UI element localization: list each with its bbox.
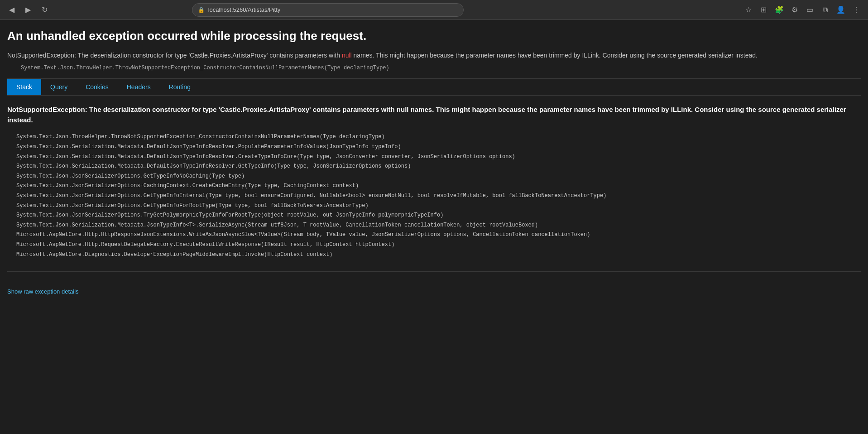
- bottom-divider: [7, 271, 861, 272]
- settings-button[interactable]: ⚙: [788, 4, 801, 16]
- star-button[interactable]: ☆: [742, 4, 755, 16]
- stack-trace-line: Microsoft.AspNetCore.Diagnostics.Develop…: [16, 250, 861, 260]
- split-button[interactable]: ⧉: [819, 4, 832, 16]
- stack-trace-line: System.Text.Json.JsonSerializerOptions+C…: [16, 181, 861, 191]
- error-description-start: NotSupportedException: The deserializati…: [7, 52, 342, 59]
- address-text[interactable]: localhost:5260/Artistas/Pitty: [208, 6, 458, 13]
- tab-query[interactable]: Query: [41, 79, 77, 95]
- error-heading: An unhandled exception occurred while pr…: [7, 29, 861, 43]
- forward-button[interactable]: ▶: [22, 4, 34, 16]
- stack-trace-line: Microsoft.AspNetCore.Http.RequestDelegat…: [16, 240, 861, 250]
- browser-chrome: ◀ ▶ ↻ 🔒 localhost:5260/Artistas/Pitty ☆ …: [0, 0, 868, 20]
- stack-trace: System.Text.Json.ThrowHelper.ThrowNotSup…: [7, 132, 861, 260]
- tab-routing[interactable]: Routing: [160, 79, 200, 95]
- stack-trace-line: System.Text.Json.JsonSerializerOptions.G…: [16, 191, 861, 201]
- tab-stack[interactable]: Stack: [7, 79, 41, 95]
- page-content: An unhandled exception occurred while pr…: [0, 20, 868, 434]
- exception-section: NotSupportedException: The deserializati…: [7, 96, 861, 264]
- menu-button[interactable]: ⋮: [850, 4, 863, 16]
- null-highlight: null: [342, 52, 352, 59]
- apps-button[interactable]: ⊞: [758, 4, 770, 16]
- stack-trace-line: System.Text.Json.Serialization.Metadata.…: [16, 221, 861, 231]
- profile-button[interactable]: 👤: [834, 4, 847, 16]
- exception-title: NotSupportedException: The deserializati…: [7, 105, 861, 125]
- address-bar: 🔒 localhost:5260/Artistas/Pitty: [192, 3, 464, 17]
- stack-trace-line: System.Text.Json.JsonSerializerOptions.G…: [16, 201, 861, 211]
- sidebar-button[interactable]: ▭: [804, 4, 816, 16]
- stack-trace-line: System.Text.Json.JsonSerializerOptions.T…: [16, 211, 861, 221]
- stack-trace-line: System.Text.Json.JsonSerializerOptions.G…: [16, 172, 861, 182]
- lock-icon: 🔒: [198, 7, 205, 13]
- stack-trace-line: System.Text.Json.Serialization.Metadata.…: [16, 142, 861, 152]
- tabs-container: Stack Query Cookies Headers Routing: [7, 79, 861, 96]
- show-raw-link[interactable]: Show raw exception details: [7, 288, 79, 295]
- stack-trace-line: System.Text.Json.Serialization.Metadata.…: [16, 152, 861, 162]
- browser-actions: ☆ ⊞ 🧩 ⚙ ▭ ⧉ 👤 ⋮: [742, 4, 863, 16]
- stack-trace-line: System.Text.Json.Serialization.Metadata.…: [16, 162, 861, 172]
- extension-button[interactable]: 🧩: [773, 4, 786, 16]
- stack-trace-line: System.Text.Json.ThrowHelper.ThrowNotSup…: [16, 132, 861, 142]
- refresh-button[interactable]: ↻: [38, 4, 51, 16]
- tab-headers[interactable]: Headers: [118, 79, 160, 95]
- error-description: NotSupportedException: The deserializati…: [7, 50, 861, 60]
- stack-location: System.Text.Json.ThrowHelper.ThrowNotSup…: [21, 65, 861, 71]
- error-description-end: names. This might happen because the par…: [352, 52, 758, 59]
- tab-cookies[interactable]: Cookies: [77, 79, 118, 95]
- back-button[interactable]: ◀: [5, 4, 18, 16]
- stack-trace-line: Microsoft.AspNetCore.Http.HttpResponseJs…: [16, 230, 861, 240]
